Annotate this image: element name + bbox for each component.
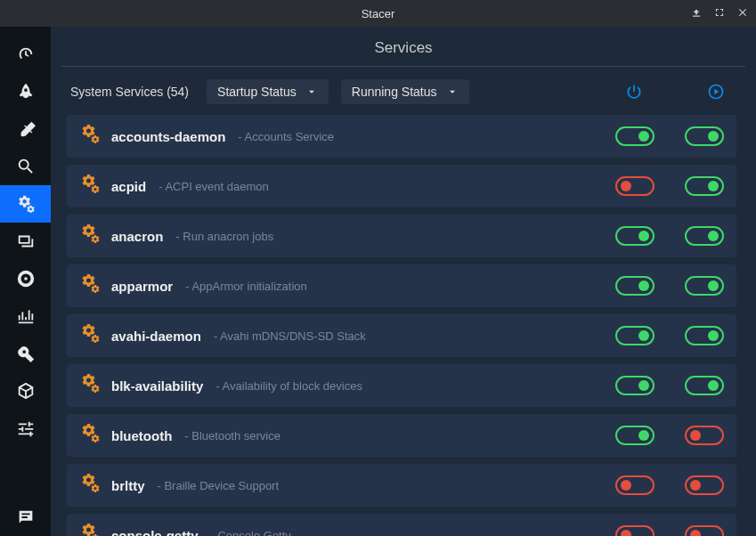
- running-toggle-brltty[interactable]: [685, 475, 724, 495]
- startup-toggle-apparmor[interactable]: [615, 276, 654, 296]
- service-row: apparmor- AppArmor initialization: [67, 264, 736, 307]
- service-gear-icon: [79, 273, 101, 295]
- titlebar-actions: [690, 0, 749, 27]
- toggle-knob: [638, 380, 649, 391]
- gauge-icon: [16, 45, 36, 64]
- toggle-knob: [690, 530, 701, 536]
- toggle-knob: [690, 480, 701, 491]
- page-title: Services: [61, 27, 745, 67]
- startup-toggle-avahi-daemon[interactable]: [615, 326, 654, 345]
- toggle-knob: [638, 330, 649, 341]
- running-toggle-acpid[interactable]: [685, 176, 724, 196]
- service-description: - AppArmor initialization: [185, 280, 307, 293]
- minimize-icon[interactable]: [690, 6, 703, 21]
- chevron-down-icon: [446, 85, 459, 98]
- toggle-knob: [638, 131, 649, 142]
- service-description: - Console Getty: [211, 529, 291, 537]
- service-description: - ACPI event daemon: [159, 180, 269, 193]
- service-list[interactable]: accounts-daemon- Accounts Serviceacpid- …: [67, 115, 740, 536]
- titlebar: Stacer: [0, 0, 756, 27]
- service-name: accounts-daemon: [111, 129, 225, 144]
- service-row: blk-availability- Availability of block …: [67, 364, 736, 407]
- sidebar-item-resources[interactable]: [0, 297, 51, 335]
- toggle-knob: [708, 131, 719, 142]
- toggle-knob: [690, 430, 701, 441]
- running-toggle-avahi-daemon[interactable]: [685, 326, 724, 345]
- service-count-label: System Services (54): [70, 85, 189, 99]
- running-toggle-anacron[interactable]: [685, 226, 724, 246]
- broom-icon: [16, 119, 36, 139]
- filter-bar: System Services (54) Startup Status Runn…: [67, 79, 740, 115]
- startup-column-header: [614, 83, 654, 101]
- toggle-knob: [638, 231, 649, 241]
- startup-status-dropdown[interactable]: Startup Status: [207, 79, 329, 104]
- sidebar-item-services[interactable]: [0, 185, 51, 223]
- service-gear-icon: [79, 523, 101, 536]
- running-column-header: [695, 83, 736, 101]
- running-toggle-blk-availability[interactable]: [685, 376, 724, 395]
- play-icon: [707, 83, 725, 101]
- service-row: accounts-daemon- Accounts Service: [67, 115, 736, 158]
- gears-icon: [16, 194, 36, 214]
- service-row: acpid- ACPI event daemon: [67, 165, 736, 207]
- dropdown-label: Running Status: [352, 85, 437, 99]
- service-icon: [79, 124, 101, 149]
- sidebar-item-dashboard[interactable]: [0, 36, 51, 73]
- startup-toggle-brltty[interactable]: [615, 475, 654, 495]
- service-icon: [79, 373, 101, 398]
- toggle-knob: [708, 280, 719, 291]
- running-toggle-console-getty[interactable]: [685, 525, 724, 536]
- service-row: bluetooth- Bluetooth service: [67, 414, 736, 457]
- startup-toggle-anacron[interactable]: [615, 226, 654, 246]
- sidebar-item-packages[interactable]: [0, 372, 51, 410]
- sidebar-item-search[interactable]: [0, 148, 51, 185]
- running-toggle-accounts-daemon[interactable]: [685, 126, 724, 146]
- sidebar-item-feedback[interactable]: [0, 499, 51, 536]
- running-status-dropdown[interactable]: Running Status: [341, 79, 469, 104]
- service-gear-icon: [79, 223, 101, 245]
- titlebar-title: Stacer: [362, 7, 395, 20]
- power-icon: [625, 83, 643, 101]
- startup-toggle-console-getty[interactable]: [615, 525, 654, 536]
- toggle-knob: [708, 380, 719, 391]
- toggle-knob: [621, 181, 631, 191]
- package-icon: [16, 381, 36, 401]
- running-toggle-apparmor[interactable]: [685, 276, 724, 296]
- service-name: blk-availability: [111, 378, 203, 394]
- main-panel: Services System Services (54) Startup St…: [51, 27, 756, 536]
- startup-toggle-bluetooth[interactable]: [615, 426, 654, 445]
- maximize-icon[interactable]: [713, 6, 726, 21]
- startup-toggle-blk-availability[interactable]: [615, 376, 654, 395]
- sidebar-item-settings[interactable]: [0, 410, 51, 447]
- service-icon: [79, 273, 101, 298]
- startup-toggle-accounts-daemon[interactable]: [615, 126, 654, 146]
- service-name: bluetooth: [111, 428, 172, 443]
- service-name: avahi-daemon: [111, 329, 201, 344]
- service-gear-icon: [79, 373, 101, 394]
- service-description: - Availability of block devices: [215, 379, 362, 393]
- service-row: anacron- Run anacron jobs: [67, 215, 736, 257]
- sidebar-item-cleaner[interactable]: [0, 110, 51, 148]
- running-toggle-bluetooth[interactable]: [685, 426, 724, 445]
- chart-icon: [16, 306, 36, 326]
- service-name: brltty: [111, 478, 145, 493]
- wrench-icon: [16, 344, 36, 363]
- service-description: - Braille Device Support: [158, 479, 280, 492]
- service-icon: [79, 223, 101, 248]
- close-icon[interactable]: [736, 6, 749, 21]
- service-name: anacron: [111, 229, 163, 244]
- service-gear-icon: [79, 473, 101, 494]
- sidebar-item-processes[interactable]: [0, 223, 51, 260]
- sidebar-item-tools[interactable]: [0, 335, 51, 372]
- toggle-knob: [638, 430, 649, 441]
- sidebar-item-startup[interactable]: [0, 73, 51, 110]
- sidebar-item-storage[interactable]: [0, 260, 51, 297]
- service-description: - Bluetooth service: [184, 429, 280, 443]
- startup-toggle-acpid[interactable]: [615, 176, 654, 196]
- service-gear-icon: [79, 174, 101, 195]
- sliders-icon: [16, 418, 36, 438]
- service-icon: [79, 323, 101, 348]
- toggle-knob: [621, 480, 631, 491]
- app-body: Services System Services (54) Startup St…: [0, 27, 756, 536]
- service-row: console-getty- Console Getty: [67, 514, 736, 536]
